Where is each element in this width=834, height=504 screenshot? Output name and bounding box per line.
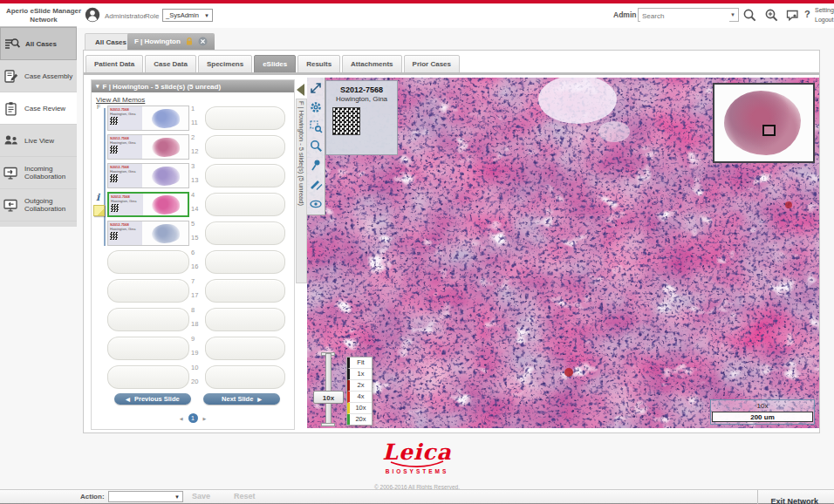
admin-button[interactable]: Admin (613, 10, 636, 19)
zoom-region-icon[interactable] (309, 119, 323, 133)
sidebar-item-all-cases[interactable]: All Cases (0, 27, 77, 60)
user-avatar-icon[interactable] (85, 7, 100, 23)
sidebar-item-outgoing-collaboration[interactable]: Outgoing Collaboration (0, 189, 77, 221)
subtab-attachments[interactable]: Attachments (342, 55, 401, 73)
slide-number: 7 (191, 277, 195, 285)
slide-number: 8 (191, 306, 195, 314)
empty-slide-slot[interactable] (205, 337, 285, 360)
close-icon[interactable] (198, 37, 208, 46)
zoom-slider-handle[interactable]: 10x (313, 391, 344, 404)
slide-number: 9 (191, 335, 195, 343)
zoom-slider-track[interactable] (325, 353, 332, 426)
slide-thumbnail-5[interactable]: S2012-7568 Howington, Gina (107, 221, 189, 246)
pin-annotation-icon[interactable] (309, 158, 323, 172)
empty-slide-slot[interactable] (205, 365, 285, 389)
zoom-option-20x[interactable]: 20x (347, 414, 372, 425)
help-icon[interactable]: ? (804, 9, 810, 19)
sidebar-item-case-assembly[interactable]: Case Assembly (0, 60, 77, 92)
page-prev-icon[interactable]: ◀ (180, 416, 183, 421)
view-all-memos-link[interactable]: View All Memos (96, 96, 145, 104)
overview-viewport-rect[interactable] (762, 125, 776, 136)
search-dropdown-icon[interactable]: ▼ (730, 12, 735, 17)
slide-number: 18 (191, 320, 198, 328)
slide-thumb-label: S2012-7568 Howington, Gina (108, 135, 142, 159)
arrow-left-icon: ◀ (126, 396, 130, 402)
zoom-slider-bottom-cap (321, 423, 335, 426)
slide-thumb-patient: Howington, Gina (110, 169, 140, 174)
slide-thumbnail-1[interactable]: S2012-7568 Howington, Gina (107, 106, 189, 131)
tray-vertical-tab[interactable]: F | Howington - 5 slide(s) (5 unread) (296, 99, 307, 283)
search-input[interactable] (640, 10, 729, 22)
logout-link[interactable]: Logout (815, 16, 834, 25)
eye-visibility-icon[interactable] (309, 196, 323, 210)
memo-note-icon[interactable] (93, 205, 105, 216)
empty-slide-slot[interactable] (107, 308, 189, 331)
empty-slide-slot[interactable] (205, 106, 285, 130)
zoom-option-4x[interactable]: 4x (347, 392, 372, 403)
page-next-icon[interactable]: ▶ (203, 416, 207, 421)
user-name: Administrator (105, 12, 146, 20)
empty-slide-slot[interactable] (107, 365, 189, 389)
info-icon[interactable]: i (96, 192, 99, 203)
empty-slide-slot[interactable] (205, 250, 285, 274)
previous-slide-button[interactable]: ◀ Previous Slide (114, 393, 191, 405)
sidebar-item-label: All Cases (25, 40, 57, 48)
role-dropdown[interactable]: _SysAdmin ▼ (162, 9, 213, 22)
tab-case-howington[interactable]: F | Howington (127, 33, 215, 50)
settings-link[interactable]: Settings (815, 6, 834, 16)
action-dropdown[interactable]: ▼ (108, 491, 183, 502)
chat-bubble-icon[interactable] (785, 8, 800, 23)
empty-slide-slot[interactable] (107, 250, 189, 274)
empty-slide-slot[interactable] (205, 135, 285, 159)
subtab-eslides[interactable]: eSlides (254, 55, 296, 73)
fullscreen-expand-icon[interactable] (309, 81, 323, 95)
zoom-in-icon[interactable] (764, 8, 779, 23)
arrow-right-icon: ▶ (257, 396, 262, 402)
empty-slide-slot[interactable] (107, 279, 189, 303)
pen-annotation-icon[interactable] (309, 177, 323, 191)
zoom-option-fit[interactable]: Fit (347, 358, 372, 369)
search-icon[interactable] (742, 8, 757, 23)
case-assembly-icon (3, 69, 20, 84)
next-slide-button[interactable]: Next Slide ▶ (203, 393, 280, 405)
zoom-option-1x[interactable]: 1x (347, 369, 372, 380)
slide-thumb-tissue (142, 135, 188, 159)
reset-button[interactable]: Reset (234, 492, 256, 501)
empty-slide-slot[interactable] (107, 337, 189, 360)
slide-thumbnail-2[interactable]: S2012-7568 Howington, Gina (107, 134, 189, 160)
biosystems-label: BIOSYSTEMS (0, 468, 834, 474)
app-title: Aperio eSlide Manager Network (3, 7, 84, 24)
gear-icon[interactable] (309, 100, 323, 114)
collapse-tray-arrow-icon[interactable] (297, 84, 304, 96)
empty-slide-slot[interactable] (205, 308, 285, 331)
subtab-case-data[interactable]: Case Data (145, 55, 196, 73)
zoom-option-10x[interactable]: 10x (347, 403, 372, 414)
page-number-badge[interactable]: 1 (188, 413, 198, 423)
empty-slide-slot[interactable] (205, 221, 285, 245)
subtab-patient-data[interactable]: Patient Data (85, 55, 143, 73)
exit-network-button[interactable]: Exit Network (770, 497, 818, 504)
slide-overview-map[interactable] (713, 83, 815, 163)
magnifier-icon[interactable] (309, 139, 323, 153)
slide-tray-header[interactable]: ▾ F | Howington - 5 slide(s) (5 unread) (92, 80, 294, 92)
subtab-divider (84, 72, 819, 75)
sidebar-item-live-view[interactable]: Live View (0, 125, 77, 157)
slide-thumbnail-3[interactable]: S2012-7568 Howington, Gina (107, 163, 189, 188)
zoom-option-2x[interactable]: 2x (347, 380, 372, 392)
subtab-specimens[interactable]: Specimens (198, 55, 252, 73)
sidebar-item-case-review[interactable]: Case Review (0, 92, 77, 125)
subtab-results[interactable]: Results (297, 55, 340, 73)
sidebar-item-incoming-collaboration[interactable]: Incoming Collaboration (0, 157, 77, 189)
slide-number: 13 (191, 176, 198, 184)
empty-slide-slot[interactable] (205, 279, 285, 303)
save-button[interactable]: Save (192, 492, 210, 501)
slide-number: 1 (191, 105, 195, 112)
qr-code-icon (110, 117, 118, 125)
slide-row: 10 20 (92, 364, 294, 392)
empty-slide-slot[interactable] (205, 193, 285, 216)
qr-code-icon (111, 204, 119, 212)
slide-thumbnail-4-selected[interactable]: S2012-7568 Howington, Gina (107, 192, 189, 217)
subtab-prior-cases[interactable]: Prior Cases (404, 55, 460, 73)
empty-slide-slot[interactable] (205, 164, 285, 187)
slide-number: 2 (191, 133, 195, 141)
